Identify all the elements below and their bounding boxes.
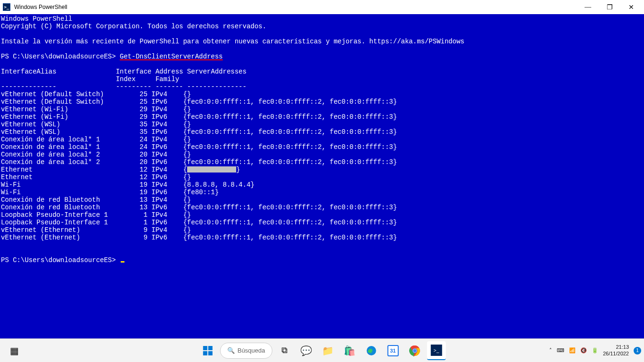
powershell-window: >_ Windows PowerShell — ❐ ✕ Windows Powe… <box>0 0 644 338</box>
folder-icon: 📁 <box>322 345 334 356</box>
svg-rect-1 <box>208 346 213 350</box>
window-titlebar[interactable]: >_ Windows PowerShell — ❐ ✕ <box>0 0 644 14</box>
console-output[interactable]: Windows PowerShell Copyright (C) Microso… <box>0 14 644 338</box>
language-icon[interactable]: ⌨ <box>557 347 564 354</box>
tray-overflow-icon[interactable]: ˄ <box>549 347 552 354</box>
clock-time: 21:13 <box>603 344 629 350</box>
window-controls: — ❐ ✕ <box>577 0 642 14</box>
taskview-icon: ⧉ <box>281 346 288 355</box>
chat-icon: 💬 <box>300 345 312 356</box>
file-explorer-app[interactable]: 📁 <box>318 341 337 360</box>
powershell-app[interactable]: >_ <box>427 341 446 360</box>
calendar-icon: 31 <box>387 345 398 356</box>
close-button[interactable]: ✕ <box>620 0 642 14</box>
maximize-button[interactable]: ❐ <box>599 0 620 14</box>
taskbar-search[interactable]: 🔍 Búsqueda <box>220 343 272 359</box>
microsoft-store-app[interactable]: 🛍️ <box>340 341 359 360</box>
chrome-app[interactable] <box>405 341 424 360</box>
search-icon: 🔍 <box>227 347 235 354</box>
store-icon: 🛍️ <box>344 345 355 356</box>
widgets-icon: ▦ <box>10 345 19 356</box>
widgets-button[interactable]: ▦ <box>5 341 24 360</box>
powershell-taskbar-icon: >_ <box>430 345 442 356</box>
taskbar-center: 🔍 Búsqueda ⧉ 💬 📁 🛍️ 31 >_ <box>198 341 446 360</box>
notification-badge[interactable]: 1 <box>634 347 641 354</box>
svg-rect-2 <box>203 351 207 355</box>
start-button[interactable] <box>198 341 217 360</box>
chrome-icon <box>409 345 420 356</box>
minimize-button[interactable]: — <box>577 0 599 14</box>
battery-icon[interactable]: 🔋 <box>592 347 598 354</box>
chat-app[interactable]: 💬 <box>297 341 315 360</box>
calendar-app[interactable]: 31 <box>383 341 402 360</box>
wifi-icon[interactable]: 📶 <box>569 347 576 354</box>
windows-icon <box>202 345 214 356</box>
taskbar-clock[interactable]: 21:13 26/11/2022 <box>603 344 629 356</box>
volume-icon[interactable]: 🔇 <box>580 347 587 354</box>
svg-rect-0 <box>203 346 207 350</box>
window-title: Windows PowerShell <box>14 4 577 10</box>
svg-point-8 <box>413 349 416 352</box>
clock-date: 26/11/2022 <box>603 351 629 357</box>
edge-icon <box>365 345 377 356</box>
svg-rect-3 <box>208 351 213 355</box>
taskbar: ▦ 🔍 Búsqueda ⧉ 💬 📁 🛍️ 31 >_ ˄ ⌨ <box>0 338 644 362</box>
task-view-button[interactable]: ⧉ <box>275 341 294 360</box>
edge-app[interactable] <box>362 341 380 360</box>
search-placeholder: Búsqueda <box>238 347 265 354</box>
system-tray: ˄ ⌨ 📶 🔇 🔋 21:13 26/11/2022 1 <box>549 344 641 356</box>
powershell-icon: >_ <box>3 3 10 11</box>
